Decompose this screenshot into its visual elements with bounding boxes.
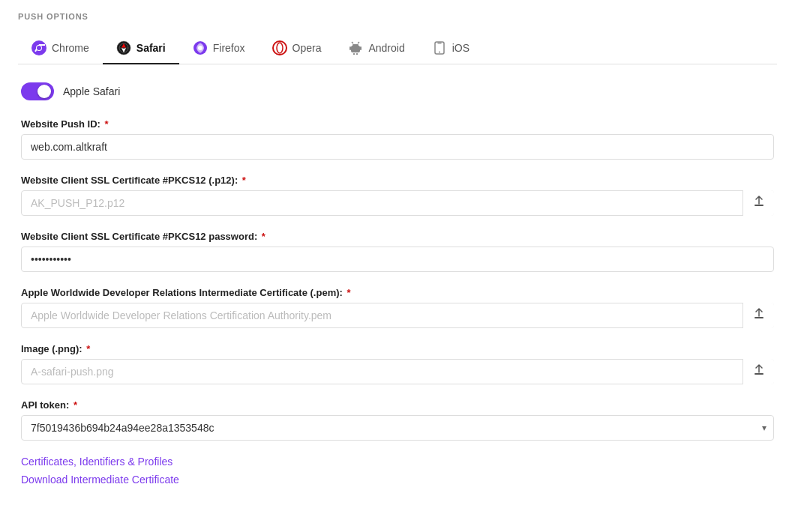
svg-rect-24 xyxy=(754,205,764,206)
intermediate-cert-label: Apple Worldwide Developer Relations Inte… xyxy=(21,287,774,298)
browser-tabs: Chrome Safari xyxy=(18,33,777,64)
ssl-password-label: Website Client SSL Certificate #PKCS12 p… xyxy=(21,231,774,242)
upload-icon xyxy=(753,308,765,323)
safari-toggle[interactable] xyxy=(21,82,54,100)
intermediate-cert-wrapper xyxy=(21,303,774,328)
ssl-cert-upload-button[interactable] xyxy=(742,190,774,216)
content-area: Apple Safari Website Push ID: * Website … xyxy=(18,82,777,486)
ssl-password-group: Website Client SSL Certificate #PKCS12 p… xyxy=(21,231,774,272)
tab-firefox-label: Firefox xyxy=(213,42,245,54)
image-upload-button[interactable] xyxy=(742,359,774,384)
links-section: Certificates, Identifiers & Profiles Dow… xyxy=(21,456,774,486)
opera-icon xyxy=(272,40,287,55)
api-token-select[interactable]: 7f5019436b694b24a94ee28a1353548c xyxy=(21,415,774,441)
website-push-id-wrapper xyxy=(21,134,774,160)
svg-rect-25 xyxy=(754,317,764,318)
ssl-cert-wrapper xyxy=(21,190,774,216)
svg-point-11 xyxy=(198,46,202,50)
upload-icon xyxy=(753,196,765,211)
tab-ios[interactable]: iOS xyxy=(418,33,483,64)
image-input[interactable] xyxy=(21,359,774,384)
tab-android[interactable]: Android xyxy=(334,33,418,64)
ssl-password-wrapper xyxy=(21,247,774,272)
required-marker: * xyxy=(344,287,351,298)
api-token-label: API token: * xyxy=(21,399,774,411)
ssl-cert-group: Website Client SSL Certificate #PKCS12 (… xyxy=(21,175,774,216)
svg-line-16 xyxy=(352,42,353,43)
tab-opera-label: Opera xyxy=(292,42,322,54)
tab-firefox[interactable]: Firefox xyxy=(179,33,259,64)
svg-rect-15 xyxy=(352,44,358,47)
certificates-link[interactable]: Certificates, Identifiers & Profiles xyxy=(21,456,774,468)
api-token-group: API token: * 7f5019436b694b24a94ee28a135… xyxy=(21,399,774,441)
upload-icon xyxy=(753,364,765,379)
required-marker: * xyxy=(70,399,77,411)
tab-opera[interactable]: Opera xyxy=(259,33,335,64)
svg-rect-21 xyxy=(356,53,358,55)
tab-ios-label: iOS xyxy=(452,42,470,54)
api-token-wrapper: 7f5019436b694b24a94ee28a1353548c ▾ xyxy=(21,415,774,441)
toggle-label: Apple Safari xyxy=(63,85,120,97)
tab-safari-label: Safari xyxy=(136,42,166,54)
chrome-icon xyxy=(32,40,46,55)
download-cert-link[interactable]: Download Intermediate Certificate xyxy=(21,474,774,486)
svg-point-22 xyxy=(439,52,440,53)
tab-safari[interactable]: Safari xyxy=(103,33,179,64)
safari-icon xyxy=(116,40,131,55)
intermediate-cert-upload-button[interactable] xyxy=(742,303,774,328)
tab-android-label: Android xyxy=(368,42,404,54)
svg-point-2 xyxy=(37,46,41,50)
toggle-row: Apple Safari xyxy=(21,82,774,100)
ssl-cert-input[interactable] xyxy=(21,190,774,216)
tab-chrome-label: Chrome xyxy=(52,42,89,54)
android-icon xyxy=(348,40,363,55)
image-wrapper xyxy=(21,359,774,384)
required-marker: * xyxy=(84,343,91,354)
required-marker: * xyxy=(239,175,246,186)
website-push-id-label: Website Push ID: * xyxy=(21,118,774,130)
ssl-password-input[interactable] xyxy=(21,247,774,272)
image-group: Image (.png): * xyxy=(21,343,774,384)
website-push-id-group: Website Push ID: * xyxy=(21,118,774,160)
required-marker: * xyxy=(102,118,109,130)
intermediate-cert-group: Apple Worldwide Developer Relations Inte… xyxy=(21,287,774,328)
page-title: PUSH OPTIONS xyxy=(18,12,777,21)
tab-chrome[interactable]: Chrome xyxy=(18,33,103,64)
required-marker: * xyxy=(259,231,266,242)
svg-rect-26 xyxy=(754,373,764,375)
svg-point-13 xyxy=(277,43,283,53)
image-label: Image (.png): * xyxy=(21,343,774,354)
website-push-id-input[interactable] xyxy=(21,134,774,160)
svg-rect-20 xyxy=(353,53,355,55)
intermediate-cert-input[interactable] xyxy=(21,303,774,328)
svg-line-17 xyxy=(358,42,359,43)
svg-rect-19 xyxy=(360,46,362,50)
firefox-icon xyxy=(193,40,208,55)
svg-rect-18 xyxy=(350,46,351,50)
ios-icon xyxy=(432,40,447,55)
ssl-cert-label: Website Client SSL Certificate #PKCS12 (… xyxy=(21,175,774,186)
